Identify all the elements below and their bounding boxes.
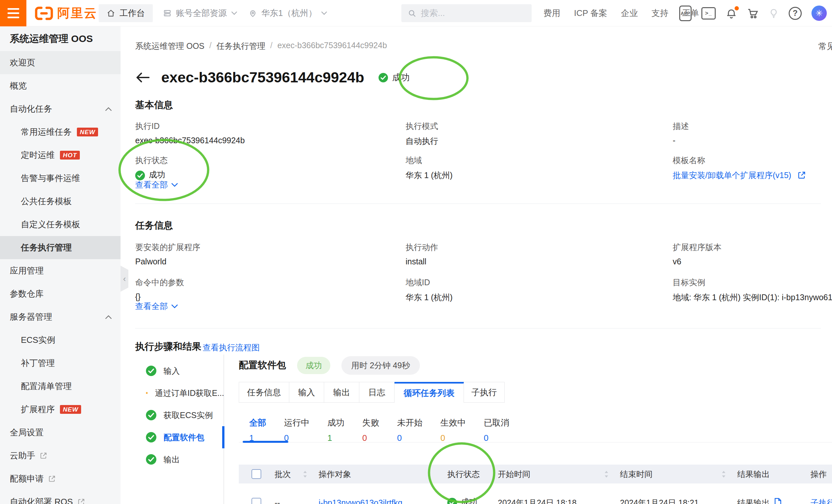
sort-arrows-icon[interactable] — [303, 470, 308, 479]
sidebar-group-automation-tasks[interactable]: 自动化任务 — [0, 97, 121, 121]
filter-in-effect[interactable]: 生效中 0 — [440, 417, 466, 443]
sidebar-item-scheduled-ops[interactable]: 定时运维 HOT — [0, 143, 121, 167]
top-nav-links: 费用 ICP 备案 企业 支持 工单 — [543, 0, 699, 26]
tab-sub-execution[interactable]: 子执行 — [464, 382, 504, 403]
sidebar-item-overview[interactable]: 概览 — [0, 74, 121, 97]
breadcrumb-oos[interactable]: 系统运维管理 OOS — [135, 41, 205, 51]
breadcrumb: 系统运维管理 OOS / 任务执行管理 / exec-b366bc7539614… — [135, 41, 387, 51]
location-pin-icon — [249, 9, 257, 18]
sidebar-group-server-management[interactable]: 服务器管理 — [0, 306, 121, 328]
select-all-checkbox[interactable] — [252, 469, 261, 479]
main-content: 系统运维管理 OOS / 任务执行管理 / exec-b366bc7539614… — [121, 26, 832, 504]
execution-step-list: 输入 通过订单ID获取E... 获取ECS实例 配置软件包 输出 — [146, 360, 224, 471]
filter-running[interactable]: 运行中 0 — [284, 417, 310, 443]
table-header-row: 批次 操作对象 执行状态 开始时间 结束时间 结果输出 操作 — [239, 465, 832, 483]
nav-link-support[interactable]: 支持 — [652, 7, 669, 19]
title-status-text: 成功 — [392, 72, 410, 83]
task-view-all-link[interactable]: 查看全部 — [135, 301, 178, 312]
sidebar-item-extensions[interactable]: 扩展程序 NEW — [0, 398, 121, 421]
basic-view-all-link[interactable]: 查看全部 — [135, 179, 178, 190]
nav-link-icp[interactable]: ICP 备案 — [574, 7, 607, 19]
output-document-icon[interactable] — [774, 498, 782, 504]
status-filter-bar: 全部 1 运行中 0 成功 1 失败 0 未开始 0 生效中 0 — [249, 417, 509, 443]
aliyun-logo[interactable]: 阿里云 — [34, 0, 97, 26]
sidebar-item-cloud-assistant[interactable]: 云助手 — [0, 444, 121, 467]
filter-cancelled[interactable]: 已取消 0 — [484, 417, 509, 443]
breadcrumb-current: exec-b366bc75396144c9924b — [277, 41, 387, 51]
tab-output[interactable]: 输出 — [324, 382, 359, 403]
nav-link-enterprise[interactable]: 企业 — [621, 7, 638, 19]
field-template-name: 模板名称 批量安装/卸载单个扩展程序(v15) — [673, 155, 806, 181]
sort-arrows-icon[interactable] — [721, 470, 726, 479]
chevron-up-icon — [105, 315, 112, 319]
step-get-ecs-instances[interactable]: 获取ECS实例 — [146, 404, 224, 426]
step-output[interactable]: 输出 — [146, 448, 224, 471]
sidebar-item-global-settings[interactable]: 全局设置 — [0, 421, 121, 444]
sidebar-item-public-templates[interactable]: 公共任务模板 — [0, 190, 121, 213]
sidebar-item-ros-deployment[interactable]: 自动化部署 ROS — [0, 490, 121, 504]
top-navbar: 阿里云 工作台 账号全部资源 华东1（杭州） 搜索... 费用 ICP 备案 企… — [0, 0, 832, 26]
help-icon[interactable]: ? — [789, 7, 802, 20]
steps-results-heading: 执行步骤和结果 — [135, 340, 201, 353]
resource-scope-dropdown[interactable]: 账号全部资源 — [163, 4, 237, 22]
tab-log[interactable]: 日志 — [359, 382, 394, 403]
sidebar-item-welcome[interactable]: 欢迎页 — [0, 51, 121, 74]
col-status: 执行状态 — [447, 469, 480, 480]
tab-loop-task-list[interactable]: 循环任务列表 — [394, 382, 464, 403]
sidebar-item-application-management[interactable]: 应用管理 — [0, 259, 121, 282]
region-selector[interactable]: 华东1（杭州） — [249, 4, 328, 22]
step-configure-package[interactable]: 配置软件包 — [146, 426, 224, 448]
sidebar-item-quota-request[interactable]: 配额申请 — [0, 467, 121, 490]
faq-link[interactable]: 常见 — [818, 41, 832, 52]
tab-input[interactable]: 输入 — [289, 382, 324, 403]
filter-all[interactable]: 全部 1 — [249, 417, 266, 443]
step-get-by-order-id[interactable]: 通过订单ID获取E... — [146, 382, 224, 404]
row-batch: -- — [275, 498, 280, 504]
search-icon — [408, 9, 416, 18]
chevron-down-icon — [321, 11, 328, 15]
sidebar-item-custom-templates[interactable]: 自定义任务模板 — [0, 213, 121, 236]
sidebar-collapse-handle[interactable]: ‹ — [121, 266, 128, 292]
field-target-instances: 目标实例 地域: 华东 1 (杭州) 实例ID(1): i-bp13nywo61… — [673, 277, 832, 303]
sidebar-item-inventory-management[interactable]: 配置清单管理 — [0, 375, 121, 398]
global-search-input[interactable]: 搜索... — [401, 4, 531, 22]
field-execution-id: 执行ID exec-b366bc75396144c9924b — [135, 121, 245, 145]
sidebar-item-execution-management[interactable]: 任务执行管理 — [0, 236, 121, 259]
breadcrumb-execution-management[interactable]: 任务执行管理 — [216, 41, 265, 51]
col-actions: 操作 — [810, 469, 827, 480]
cart-icon[interactable] — [747, 7, 759, 19]
field-extension-to-install: 要安装的扩展程序 Palworld — [135, 242, 200, 266]
filter-success[interactable]: 成功 1 — [328, 417, 344, 443]
row-checkbox[interactable] — [252, 498, 261, 504]
sidebar-item-alert-event-ops[interactable]: 告警与事件运维 — [0, 167, 121, 190]
mobile-app-icon[interactable]: APP — [679, 5, 692, 21]
row-instance-link[interactable]: i-bp13nywo613o3jlrtfkq — [319, 498, 402, 504]
filter-not-started[interactable]: 未开始 0 — [397, 417, 422, 443]
filter-divider-line — [239, 442, 832, 443]
sidebar-product-title: 系统运维管理 OOS — [0, 26, 121, 51]
row-sub-execution-link[interactable]: 子执行 — [810, 498, 832, 504]
hamburger-menu-button[interactable] — [0, 0, 26, 26]
template-name-link[interactable]: 批量安装/卸载单个扩展程序(v15) — [673, 170, 791, 180]
external-link-icon[interactable] — [798, 171, 806, 179]
step-detail-header: 配置软件包 成功 用时 2分钟 49秒 — [239, 355, 420, 375]
filter-failed[interactable]: 失败 0 — [362, 417, 379, 443]
back-arrow-button[interactable] — [135, 72, 150, 83]
nav-link-billing[interactable]: 费用 — [543, 7, 560, 19]
sidebar-item-common-ops-tasks[interactable]: 常用运维任务 NEW — [0, 121, 121, 143]
sidebar-item-patch-management[interactable]: 补丁管理 — [0, 352, 121, 375]
notifications-bell-icon[interactable] — [726, 7, 737, 19]
sidebar-item-ecs-instances[interactable]: ECS实例 — [0, 328, 121, 352]
avatar[interactable]: ✳ — [811, 5, 827, 21]
tab-task-info[interactable]: 任务信息 — [239, 382, 289, 403]
feedback-bulb-icon[interactable] — [769, 8, 779, 19]
sort-arrows-icon[interactable] — [604, 470, 609, 479]
row-status-text[interactable]: 成功 — [461, 497, 477, 504]
cloudshell-icon[interactable]: >_ — [701, 7, 716, 20]
step-input[interactable]: 输入 — [146, 360, 224, 382]
workbench-button[interactable]: 工作台 — [99, 4, 153, 22]
success-check-icon — [379, 73, 388, 82]
workbench-label: 工作台 — [120, 7, 145, 19]
sidebar-item-parameter-store[interactable]: 参数仓库 — [0, 282, 121, 306]
view-flow-diagram-link[interactable]: 查看执行流程图 — [203, 342, 260, 353]
